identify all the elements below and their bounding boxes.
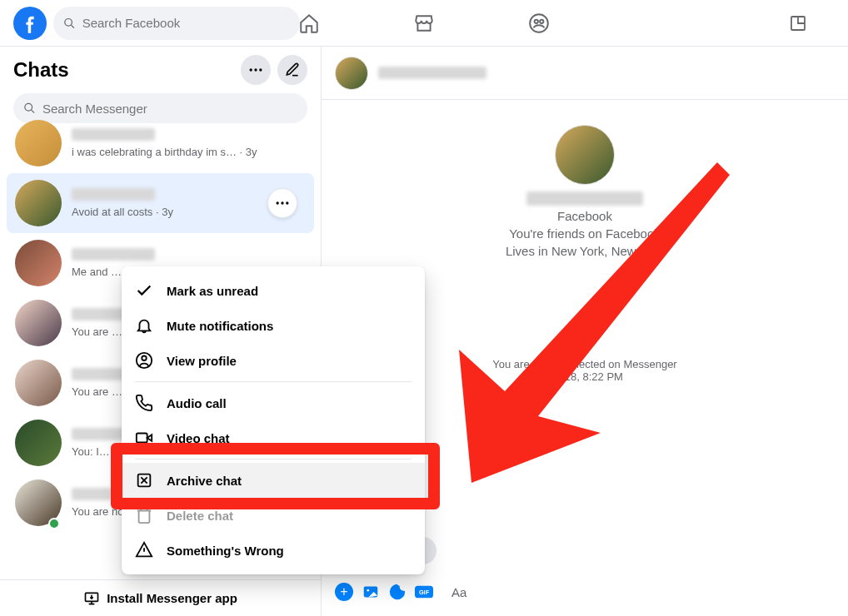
menu-audio-call[interactable]: Audio call [122,385,425,420]
svg-text:GIF: GIF [419,589,430,596]
facebook-logo[interactable] [13,7,47,40]
menu-mark-unread[interactable]: Mark as unread [122,273,425,308]
svg-point-5 [250,68,252,71]
svg-point-3 [540,19,543,22]
add-attachment-icon[interactable]: + [335,583,353,601]
svg-point-11 [286,201,288,204]
avatar [15,420,62,466]
warning-icon [135,541,153,559]
photo-icon[interactable] [362,583,380,601]
message-input[interactable]: Aa [441,580,835,604]
avatar [15,180,62,226]
online-indicator [48,518,60,529]
avatar[interactable] [335,57,368,90]
svg-point-9 [277,201,279,204]
chat-name [72,188,155,201]
chat-name [72,248,155,261]
home-icon[interactable] [297,12,321,35]
svg-point-10 [281,201,283,204]
profile-meta: Facebook [557,209,612,223]
annotation-highlight [111,443,440,509]
chat-item[interactable]: i was celebrating a birthday im s… · 3y [7,113,314,173]
check-icon [135,281,153,300]
avatar [15,120,62,166]
profile-meta: Lives in New York, New York [506,244,664,258]
install-icon [83,590,100,607]
chats-options-button[interactable] [241,55,271,85]
svg-point-6 [254,68,257,71]
profile-avatar[interactable] [555,125,615,185]
chat-name [72,128,155,141]
connected-text: You are now connected on Messenger [492,358,676,370]
chat-preview: i was celebrating a birthday im s… · 3y [72,146,306,158]
new-message-button[interactable] [277,55,307,85]
chat-context-menu: Mark as unread Mute notifications View p… [122,266,425,574]
bell-icon [135,316,153,335]
svg-point-14 [367,589,369,592]
profile-meta: You're friends on Facebook [509,226,661,241]
global-search[interactable] [53,7,300,40]
menu-mute[interactable]: Mute notifications [122,308,425,343]
svg-point-8 [25,103,32,111]
search-icon [63,17,76,30]
composer: + GIF Aa [322,574,848,616]
global-search-input[interactable] [82,16,290,30]
topbar [0,0,848,47]
svg-point-18 [142,356,147,361]
svg-point-1 [530,14,548,32]
profile-icon [135,351,153,370]
groups-icon[interactable] [527,12,551,35]
chat-item-selected[interactable]: Avoid at all costs · 3y [7,173,314,233]
svg-point-2 [535,19,538,22]
profile-name [526,191,643,206]
conversation-name [378,67,486,79]
marketplace-icon[interactable] [412,12,436,35]
svg-point-7 [259,68,262,71]
connected-time: 4/2/18, 8:22 PM [492,370,676,383]
menu-view-profile[interactable]: View profile [122,343,425,378]
avatar [15,360,62,406]
avatar [15,240,62,286]
gif-icon[interactable]: GIF [415,583,433,601]
svg-point-0 [65,18,72,26]
separator [135,381,412,382]
phone-icon [135,394,153,412]
gaming-icon[interactable] [786,12,810,35]
chat-more-button[interactable] [267,188,297,218]
conversation-header [322,47,848,100]
svg-rect-19 [137,434,147,443]
chats-title: Chats [13,58,69,82]
avatar [15,300,62,346]
install-messenger[interactable]: Install Messenger app [0,579,321,616]
menu-something-wrong[interactable]: Something's Wrong [122,533,425,568]
sticker-icon[interactable] [388,583,407,601]
